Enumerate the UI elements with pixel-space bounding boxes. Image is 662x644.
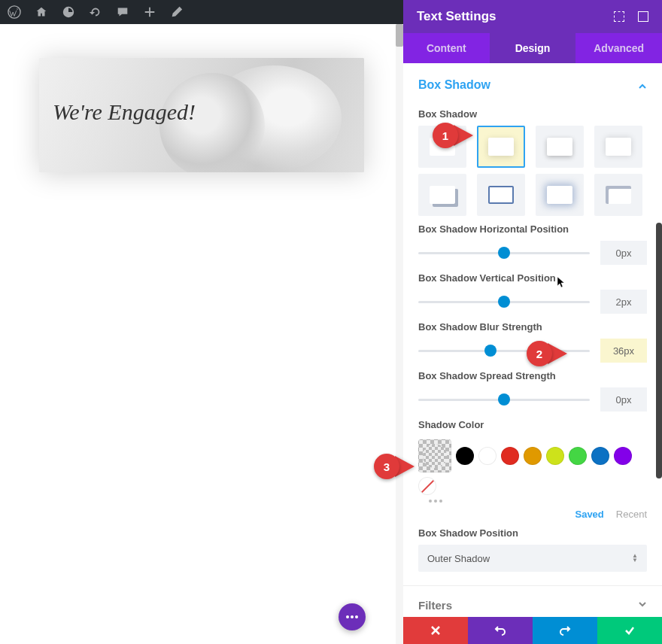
blur-label: Box Shadow Blur Strength (418, 321, 647, 333)
swatch-purple[interactable] (614, 447, 632, 465)
vert-slider[interactable] (418, 294, 590, 309)
save-button[interactable] (597, 617, 662, 644)
boxshadow-preset-grid (418, 126, 647, 216)
blur-slider[interactable] (418, 343, 590, 358)
panel-actions (403, 617, 662, 644)
refresh-icon[interactable] (89, 5, 102, 19)
canvas-scrollbar-thumb[interactable] (396, 24, 403, 47)
swatch-green[interactable] (569, 447, 587, 465)
spread-value[interactable]: 0px (600, 387, 647, 412)
vert-label: Box Shadow Vertical Position (418, 272, 647, 284)
shadow-preset-soft[interactable] (477, 126, 525, 168)
hero-text: We're Engaged! (53, 99, 196, 125)
panel-body: Box Shadow Box Shadow Box Shadow Horizon… (403, 63, 662, 617)
filters-title: Filters (418, 599, 452, 612)
spread-slider[interactable] (418, 392, 590, 407)
position-label: Box Shadow Position (418, 527, 647, 539)
color-swatch-row (418, 436, 647, 495)
shadow-preset-bigglow[interactable] (536, 174, 584, 216)
mouse-cursor (557, 276, 566, 288)
cancel-button[interactable] (403, 617, 468, 644)
plus-icon[interactable] (143, 5, 156, 19)
expand-icon[interactable] (614, 11, 624, 22)
pencil-icon[interactable] (170, 5, 184, 19)
recent-colors-tab[interactable]: Recent (616, 509, 647, 520)
swatch-lime[interactable] (546, 447, 564, 465)
shadow-preset-inset[interactable] (594, 174, 642, 216)
horiz-value[interactable]: 0px (600, 241, 647, 265)
swatch-orange[interactable] (524, 447, 542, 465)
filters-section[interactable]: Filters (403, 585, 662, 617)
horiz-slider[interactable] (418, 245, 590, 260)
swatch-custom[interactable] (418, 439, 451, 472)
shadow-preset-glow[interactable] (594, 126, 642, 168)
panel-title: Text Settings (417, 9, 496, 24)
module-options-fab[interactable] (339, 603, 366, 630)
shadow-preset-medium[interactable] (536, 126, 584, 168)
home-icon[interactable] (35, 5, 48, 19)
swatch-red[interactable] (501, 447, 519, 465)
panel-header: Text Settings (403, 0, 662, 33)
swatch-transparent[interactable] (418, 477, 436, 495)
more-colors-icon[interactable] (429, 500, 647, 503)
shadow-position-select[interactable]: Outer Shadow ▲▼ (418, 545, 647, 572)
shadow-color-label: Shadow Color (418, 419, 647, 430)
shadow-preset-border[interactable] (477, 174, 525, 216)
comment-icon[interactable] (116, 5, 129, 19)
panel-scrollbar[interactable] (656, 223, 662, 478)
undo-button[interactable] (468, 617, 533, 644)
select-arrows-icon: ▲▼ (632, 554, 638, 563)
swatch-white[interactable] (478, 447, 496, 465)
wordpress-icon[interactable] (8, 5, 21, 19)
chevron-up-icon (638, 80, 647, 90)
swatch-black[interactable] (456, 447, 474, 465)
builder-canvas: We're Engaged! (0, 24, 403, 644)
swatch-blue[interactable] (591, 447, 609, 465)
vert-value[interactable]: 2px (600, 290, 647, 314)
blur-value[interactable]: 36px (600, 339, 647, 363)
boxshadow-preset-label: Box Shadow (418, 108, 647, 120)
spread-label: Box Shadow Spread Strength (418, 370, 647, 381)
tab-content[interactable]: Content (403, 33, 490, 63)
canvas-scrollbar-track[interactable] (396, 24, 403, 644)
boxshadow-section-title: Box Shadow (418, 78, 490, 92)
saved-colors-tab[interactable]: Saved (575, 509, 603, 520)
tab-advanced[interactable]: Advanced (575, 33, 662, 63)
dashboard-icon[interactable] (62, 5, 75, 19)
settings-panel: Text Settings Content Design Advanced Bo… (403, 0, 662, 644)
horiz-label: Box Shadow Horizontal Position (418, 223, 647, 235)
boxshadow-section-header[interactable]: Box Shadow (418, 74, 647, 101)
settings-tabs: Content Design Advanced (403, 33, 662, 63)
shadow-position-value: Outer Shadow (427, 553, 490, 564)
text-module-preview[interactable]: We're Engaged! (39, 58, 364, 172)
tab-design[interactable]: Design (490, 33, 576, 63)
snap-icon[interactable] (638, 11, 648, 22)
shadow-preset-none[interactable] (418, 126, 466, 168)
redo-button[interactable] (533, 617, 597, 644)
shadow-preset-offset[interactable] (418, 174, 466, 216)
chevron-down-icon (638, 598, 647, 612)
